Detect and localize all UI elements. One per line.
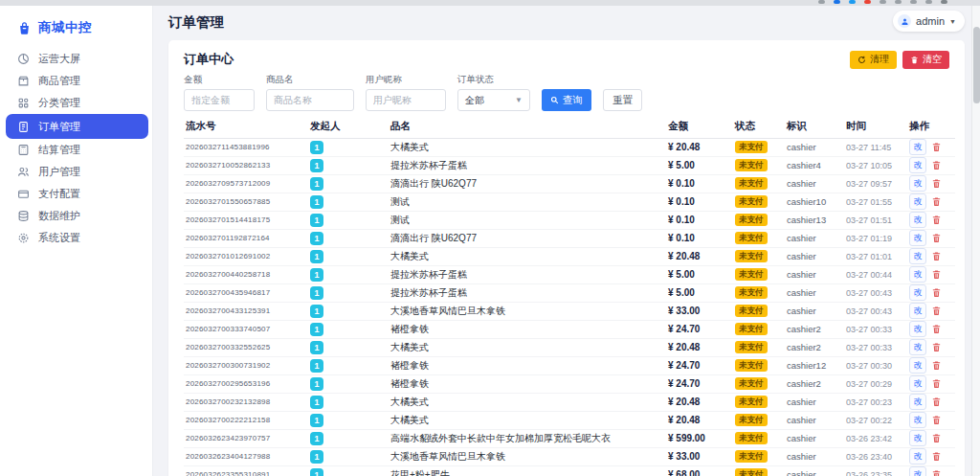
sidebar-item-settings[interactable]: 系统设置 [6, 227, 148, 249]
delete-button[interactable] [931, 284, 947, 301]
product-name: 大橘美式 [389, 138, 666, 156]
order-amount: ¥ 68.00 [666, 465, 733, 476]
order-serial: 2026032701550657885 [184, 193, 308, 211]
product-name: 大橘美式 [389, 393, 666, 411]
reset-button[interactable]: 重置 [603, 89, 642, 111]
product-name: 滴滴出行 陕U62Q77 [389, 229, 666, 247]
delete-button[interactable] [931, 303, 947, 319]
initiator-badge: 1 [310, 341, 323, 354]
filter-input-金额[interactable] [184, 89, 255, 111]
edit-button[interactable]: 改 [909, 248, 926, 264]
search-button[interactable]: 查询 [542, 89, 591, 111]
delete-button[interactable] [931, 230, 947, 246]
edit-button[interactable]: 改 [909, 303, 926, 319]
sidebar-item-order[interactable]: 订单管理 [6, 114, 148, 139]
edit-button[interactable]: 改 [909, 321, 926, 337]
users-icon [17, 166, 30, 178]
initiator-badge: 1 [310, 177, 323, 191]
delete-button[interactable] [931, 139, 947, 155]
edit-button[interactable]: 改 [909, 448, 926, 465]
browser-extension-icon[interactable] [834, 0, 840, 4]
browser-extension-icon[interactable] [895, 0, 902, 4]
sidebar-item-settlement[interactable]: 结算管理 [6, 139, 148, 161]
sidebar-item-goods[interactable]: 商品管理 [6, 70, 148, 92]
delete-button[interactable] [931, 193, 947, 210]
sidebar-item-data[interactable]: 数据维护 [6, 205, 148, 227]
scrollbar-thumb[interactable] [973, 27, 980, 103]
browser-extension-icon[interactable] [941, 0, 947, 4]
table-row: 2026032709573712009 1 滴滴出行 陕U62Q77 ¥ 0.1… [184, 174, 955, 193]
sidebar-item-dashboard[interactable]: 运营大屏 [6, 48, 148, 70]
edit-button[interactable]: 改 [909, 212, 926, 228]
column-header: 操作 [907, 115, 955, 138]
order-time: 03-27 00:33 [844, 338, 907, 356]
order-serial: 2026032623404127988 [184, 447, 308, 465]
edit-button[interactable]: 改 [909, 157, 926, 173]
delete-button[interactable] [931, 430, 947, 446]
filter-input-用户昵称[interactable] [366, 89, 446, 111]
edit-button[interactable]: 改 [909, 357, 926, 374]
table-row: 2026032700332552625 1 大橘美式 ¥ 20.48 未支付 c… [184, 338, 955, 356]
filter-input-商品名[interactable] [266, 89, 354, 111]
order-serial: 2026032700232132898 [184, 393, 308, 411]
status-badge: 未支付 [735, 141, 768, 153]
order-serial: 2026032700295653196 [184, 374, 308, 393]
trash-icon [931, 160, 942, 170]
delete-button[interactable] [931, 448, 947, 465]
delete-button[interactable] [931, 321, 947, 337]
edit-button[interactable]: 改 [909, 139, 926, 155]
delete-button[interactable] [931, 394, 947, 410]
edit-button[interactable]: 改 [909, 430, 926, 446]
initiator-badge: 1 [310, 468, 323, 476]
sidebar-item-category[interactable]: 分类管理 [6, 92, 148, 114]
cashier-identifier: cashier [785, 138, 844, 156]
goods-icon [17, 75, 30, 87]
delete-button[interactable] [931, 157, 947, 173]
sidebar-item-users[interactable]: 用户管理 [6, 161, 148, 183]
delete-button[interactable] [931, 412, 947, 428]
browser-extension-icon[interactable] [849, 0, 856, 4]
order-serial: 2026032700433125391 [184, 302, 308, 320]
delete-button[interactable] [931, 375, 947, 392]
browser-extension-icon[interactable] [818, 0, 825, 4]
edit-button[interactable]: 改 [909, 394, 926, 410]
column-header: 时间 [844, 115, 907, 138]
sidebar-item-payment[interactable]: 支付配置 [6, 183, 148, 205]
edit-button[interactable]: 改 [909, 412, 926, 428]
edit-button[interactable]: 改 [909, 375, 926, 392]
edit-button[interactable]: 改 [909, 284, 926, 301]
user-name: admin [916, 15, 945, 27]
table-row: 2026032623355310891 1 花甲+粉+肥牛 ¥ 68.00 未支… [184, 465, 955, 476]
order-status-select[interactable]: 全部▼ [457, 89, 530, 111]
browser-extension-icon[interactable] [925, 0, 932, 4]
edit-button[interactable]: 改 [909, 266, 926, 283]
cashier-identifier: cashier4 [785, 156, 844, 174]
initiator-badge: 1 [310, 414, 323, 427]
delete-button[interactable] [931, 175, 947, 192]
product-name: 测试 [389, 211, 666, 229]
user-menu[interactable]: admin ▼ [893, 11, 965, 32]
delete-button[interactable] [931, 248, 947, 264]
edit-button[interactable]: 改 [909, 193, 926, 210]
orders-table: 流水号发起人品名金额状态标识时间操作 2026032711453881996 1… [184, 115, 955, 476]
sidebar-item-label: 商品管理 [38, 74, 80, 88]
browser-extension-icon[interactable] [880, 0, 886, 4]
clear-button[interactable]: 清空 [902, 51, 949, 69]
delete-button[interactable] [931, 339, 947, 355]
delete-button[interactable] [931, 357, 947, 374]
browser-extension-icon[interactable] [864, 0, 871, 4]
trash-icon [931, 451, 942, 462]
filter-label: 商品名 [266, 74, 354, 86]
trash-icon [931, 287, 942, 298]
edit-button[interactable]: 改 [909, 339, 926, 355]
product-name: 测试 [389, 193, 666, 211]
initiator-badge: 1 [310, 159, 323, 172]
delete-button[interactable] [931, 266, 947, 283]
edit-button[interactable]: 改 [909, 466, 926, 476]
clean-button[interactable]: 清理 [850, 51, 897, 69]
edit-button[interactable]: 改 [909, 175, 926, 192]
edit-button[interactable]: 改 [909, 230, 926, 246]
delete-button[interactable] [931, 466, 947, 476]
browser-extension-icon[interactable] [910, 0, 917, 4]
delete-button[interactable] [931, 212, 947, 228]
